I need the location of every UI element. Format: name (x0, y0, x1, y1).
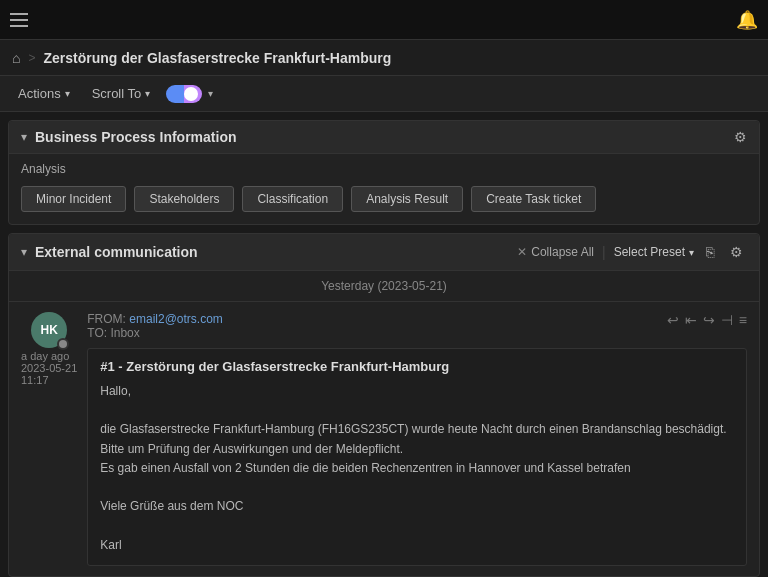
toggle-knob (184, 87, 198, 101)
bell-icon[interactable]: 🔔 (736, 9, 758, 31)
section-header-right: ⚙ (734, 129, 747, 145)
stakeholders-button[interactable]: Stakeholders (134, 186, 234, 212)
more-icon[interactable]: ≡ (739, 312, 747, 328)
business-process-header: ▾ Business Process Information ⚙ (9, 121, 759, 154)
email-content: FROM: email2@otrs.com TO: Inbox ↩ ⇤ ↪ ⊣ … (87, 312, 747, 566)
ext-collapse-icon[interactable]: ▾ (21, 245, 27, 259)
hamburger-icon[interactable] (10, 13, 28, 27)
minor-incident-button[interactable]: Minor Incident (21, 186, 126, 212)
external-communication-section: ▾ External communication ✕ Collapse All … (8, 233, 760, 577)
scroll-to-button[interactable]: Scroll To ▾ (86, 84, 157, 103)
email-from: FROM: email2@otrs.com (87, 312, 223, 326)
collapse-icon[interactable]: ▾ (21, 130, 27, 144)
email-header-row: FROM: email2@otrs.com TO: Inbox ↩ ⇤ ↪ ⊣ … (87, 312, 747, 340)
actions-button[interactable]: Actions ▾ (12, 84, 76, 103)
toggle-chevron[interactable]: ▾ (208, 88, 213, 99)
email-actions: ↩ ⇤ ↪ ⊣ ≡ (667, 312, 747, 328)
email-time-ago: a day ago 2023-05-21 11:17 (21, 350, 77, 386)
business-process-title: Business Process Information (35, 129, 237, 145)
email-to: TO: Inbox (87, 326, 223, 340)
reply-icon[interactable]: ↩ (667, 312, 679, 328)
external-comm-title: External communication (35, 244, 198, 260)
reply-all-icon[interactable]: ⇤ (685, 312, 697, 328)
email-body-box: #1 - Zerstörung der Glasfaserstrecke Fra… (87, 348, 747, 566)
analysis-result-button[interactable]: Analysis Result (351, 186, 463, 212)
chevron-down-icon: ▾ (65, 88, 70, 99)
email-left: HK a day ago 2023-05-21 11:17 (21, 312, 77, 566)
ext-gear-icon[interactable]: ⚙ (726, 242, 747, 262)
classification-button[interactable]: Classification (242, 186, 343, 212)
preset-chevron: ▾ (689, 247, 694, 258)
separator: | (602, 244, 606, 260)
copy-icon[interactable]: ⎘ (702, 242, 718, 262)
ext-comm-header-left: ▾ External communication (21, 244, 198, 260)
breadcrumb-separator: > (28, 51, 35, 65)
breadcrumb-title: Zerstörung der Glasfaserstrecke Frankfur… (43, 50, 391, 66)
breadcrumb: ⌂ > Zerstörung der Glasfaserstrecke Fran… (0, 40, 768, 76)
email-body: Hallo, die Glasfaserstrecke Frankfurt-Ha… (100, 382, 734, 555)
analysis-label: Analysis (9, 154, 759, 180)
split-icon[interactable]: ⊣ (721, 312, 733, 328)
email-from-to: FROM: email2@otrs.com TO: Inbox (87, 312, 223, 340)
external-comm-header: ▾ External communication ✕ Collapse All … (9, 234, 759, 271)
toggle-switch[interactable] (166, 85, 202, 103)
business-process-section: ▾ Business Process Information ⚙ Analysi… (8, 120, 760, 225)
avatar-badge (57, 338, 69, 350)
toggle-container: ▾ (166, 85, 213, 103)
toolbar: Actions ▾ Scroll To ▾ ▾ (0, 76, 768, 112)
gear-icon[interactable]: ⚙ (734, 129, 747, 145)
select-preset-button[interactable]: Select Preset ▾ (614, 245, 694, 259)
create-task-ticket-button[interactable]: Create Task ticket (471, 186, 596, 212)
forward-icon[interactable]: ↪ (703, 312, 715, 328)
section-header-left: ▾ Business Process Information (21, 129, 237, 145)
collapse-all-button[interactable]: ✕ Collapse All (517, 245, 594, 259)
analysis-buttons: Minor Incident Stakeholders Classificati… (9, 180, 759, 224)
date-separator: Yesterday (2023-05-21) (9, 271, 759, 302)
email-item: HK a day ago 2023-05-21 11:17 FROM: emai… (9, 302, 759, 576)
email-subject: #1 - Zerstörung der Glasfaserstrecke Fra… (100, 359, 734, 374)
top-bar: 🔔 (0, 0, 768, 40)
chevron-down-icon: ▾ (145, 88, 150, 99)
top-bar-left (10, 13, 28, 27)
ext-comm-actions: ✕ Collapse All | Select Preset ▾ ⎘ ⚙ (517, 242, 747, 262)
avatar: HK (31, 312, 67, 348)
home-icon[interactable]: ⌂ (12, 50, 20, 66)
